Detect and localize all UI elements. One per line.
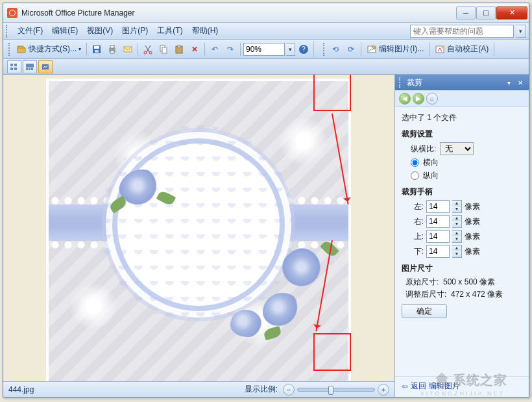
- rotate-left-icon: ⟲: [332, 45, 339, 54]
- aspect-select[interactable]: 无: [440, 142, 474, 155]
- svg-rect-2: [95, 50, 99, 53]
- print-icon: [107, 44, 117, 55]
- toolbar-grip-icon[interactable]: [8, 43, 12, 56]
- filmstrip-icon: [26, 64, 34, 70]
- nav-home-button[interactable]: ⌂: [426, 93, 438, 105]
- svg-rect-16: [10, 64, 13, 66]
- help-button[interactable]: ?: [296, 42, 311, 57]
- bottom-input[interactable]: [426, 245, 450, 258]
- pane-menu-button[interactable]: ▾: [504, 78, 513, 87]
- menubar: 文件(F) 编辑(E) 视图(V) 图片(P) 工具(T) 帮助(H) ▾: [3, 23, 529, 40]
- mail-button[interactable]: [121, 42, 135, 57]
- svg-point-15: [441, 46, 444, 49]
- edit-pictures-label: 编辑图片(I)...: [379, 44, 424, 55]
- pane-grip-icon[interactable]: [399, 77, 403, 88]
- orig-size-value: 500 x 500 像素: [443, 277, 495, 286]
- orientation-v-radio[interactable]: [411, 171, 419, 180]
- menu-file[interactable]: 文件(F): [14, 24, 47, 38]
- unit-label: 像素: [465, 231, 480, 242]
- nav-back-button[interactable]: ◀: [399, 93, 411, 105]
- picture-with-crop[interactable]: [46, 79, 351, 381]
- svg-rect-12: [178, 45, 180, 47]
- selection-text: 选中了 1 个文件: [402, 112, 522, 123]
- single-view-button[interactable]: [38, 60, 53, 73]
- canvas-viewport[interactable]: [3, 75, 394, 381]
- cut-button[interactable]: [141, 42, 155, 57]
- orientation-h-radio[interactable]: [411, 158, 419, 167]
- window-title: Microsoft Office Picture Manager: [21, 8, 456, 18]
- svg-rect-4: [110, 45, 114, 48]
- zoom-in-button[interactable]: +: [378, 384, 389, 396]
- redo-icon: ↷: [227, 45, 234, 54]
- undo-button[interactable]: ↶: [208, 42, 222, 57]
- shortcut-button[interactable]: 快捷方式(S)... ▾: [14, 42, 84, 57]
- ok-button[interactable]: 确定: [402, 304, 447, 318]
- top-label: 上:: [411, 231, 424, 242]
- redo-button[interactable]: ↷: [223, 42, 237, 57]
- svg-rect-22: [29, 68, 30, 70]
- paste-button[interactable]: [172, 42, 186, 57]
- bottom-spinner[interactable]: ▲▼: [452, 245, 462, 258]
- left-spinner[interactable]: ▲▼: [452, 200, 462, 213]
- aspect-label: 纵横比:: [411, 144, 436, 155]
- mail-icon: [123, 44, 133, 55]
- menu-help[interactable]: 帮助(H): [188, 24, 223, 38]
- zoom-slider[interactable]: [297, 388, 375, 392]
- task-pane-footer: ⇦ 返回 编辑图片: [395, 376, 529, 397]
- shortcut-icon: [16, 44, 27, 55]
- help-input[interactable]: [410, 25, 514, 38]
- close-button[interactable]: ✕: [496, 6, 527, 19]
- thumbnail-view-button[interactable]: [7, 60, 21, 73]
- app-icon: [7, 8, 18, 18]
- nav-forward-button[interactable]: ▶: [413, 93, 424, 105]
- rotate-left-button[interactable]: ⟲: [328, 42, 343, 57]
- top-input[interactable]: [426, 230, 450, 243]
- zoom-dropdown-icon[interactable]: ▾: [286, 43, 295, 56]
- top-spinner[interactable]: ▲▼: [452, 230, 462, 243]
- single-icon: [42, 64, 49, 70]
- right-input[interactable]: [426, 215, 450, 228]
- picture-content: [46, 79, 351, 381]
- menu-tools[interactable]: 工具(T): [153, 24, 186, 38]
- copy-button[interactable]: [156, 42, 171, 57]
- zoom-out-button[interactable]: −: [283, 384, 295, 396]
- right-spinner[interactable]: ▲▼: [452, 215, 462, 228]
- svg-point-8: [149, 51, 152, 54]
- toolbar-grip-icon[interactable]: [323, 43, 327, 56]
- help-dropdown-icon[interactable]: ▾: [516, 25, 526, 38]
- zoom-input[interactable]: [243, 43, 285, 56]
- edit-pictures-button[interactable]: 编辑图片(I)...: [364, 42, 426, 57]
- zoom-control: − +: [283, 384, 389, 396]
- toolbar-grip-icon[interactable]: [6, 25, 10, 38]
- svg-rect-1: [94, 46, 99, 49]
- rotate-right-button[interactable]: ⟳: [344, 42, 358, 57]
- auto-correct-button[interactable]: 自动校正(A): [432, 42, 491, 57]
- svg-rect-5: [110, 51, 114, 53]
- print-button[interactable]: [105, 42, 119, 57]
- filmstrip-view-button[interactable]: [23, 60, 37, 73]
- picture-size-title: 图片尺寸: [402, 263, 522, 274]
- maximize-button[interactable]: ▢: [476, 6, 496, 19]
- decorative-leaf: [263, 326, 282, 340]
- delete-button[interactable]: ✕: [187, 42, 202, 57]
- back-icon: ◀: [402, 95, 407, 102]
- canvas-area: 444.jpg 显示比例: − +: [3, 75, 395, 397]
- menu-picture[interactable]: 图片(P): [118, 24, 152, 38]
- svg-rect-21: [26, 68, 28, 70]
- back-link[interactable]: 返回: [411, 381, 426, 392]
- menu-edit[interactable]: 编辑(E): [48, 24, 82, 38]
- svg-rect-19: [14, 68, 17, 70]
- minimize-button[interactable]: ─: [456, 6, 476, 19]
- left-input[interactable]: [426, 200, 450, 213]
- decorative-oval: [117, 144, 280, 306]
- annotation-box: [313, 333, 351, 371]
- pane-close-button[interactable]: ✕: [516, 78, 525, 87]
- view-switch-bar: [3, 59, 529, 75]
- svg-rect-20: [26, 64, 34, 68]
- crop-handles-title: 裁剪手柄: [402, 186, 522, 197]
- menu-view[interactable]: 视图(V): [83, 24, 117, 38]
- shortcut-label: 快捷方式(S)...: [29, 44, 77, 55]
- zoom-thumb[interactable]: [328, 386, 333, 395]
- save-button[interactable]: [90, 42, 104, 57]
- zoom-out-icon: −: [287, 386, 291, 394]
